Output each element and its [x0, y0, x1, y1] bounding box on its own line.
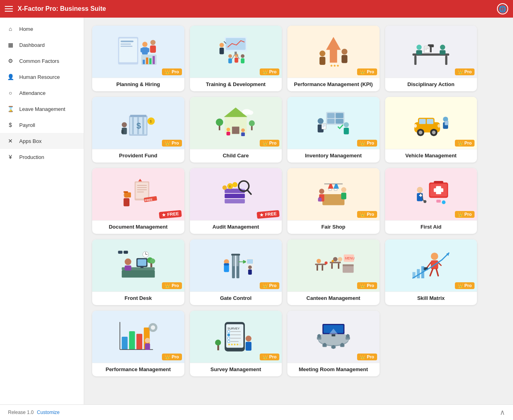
release-label: Release 1.0	[8, 410, 34, 415]
sidebar-item-dashboard[interactable]: ▦Dashboard	[0, 37, 84, 53]
app-card-document-management[interactable]: FREE ★ FREEDocument Management	[92, 168, 184, 234]
app-label-performance-management-kpi: Performance Management (KPI)	[287, 78, 380, 91]
app-card-skill-matrix[interactable]: 👑 ProSkill Matrix	[385, 239, 477, 305]
app-card-front-desk[interactable]: 👑 ProFront Desk	[92, 239, 184, 305]
svg-line-191	[436, 269, 438, 276]
svg-point-179	[317, 259, 321, 263]
sidebar-item-home[interactable]: ⌂Home	[0, 21, 84, 37]
svg-line-28	[232, 54, 234, 59]
app-label-canteen-management: Canteen Management	[287, 291, 380, 305]
svg-point-68	[226, 128, 230, 131]
svg-rect-208	[145, 344, 150, 350]
sidebar-item-human-resource[interactable]: 👤Human Resource	[0, 69, 84, 85]
app-card-gate-control[interactable]: 👑 ProGate Control	[190, 239, 282, 305]
app-label-front-desk: Front Desk	[92, 291, 184, 305]
leave-management-icon: ⌛	[6, 105, 14, 113]
sidebar-label-leave-management: Leave Management	[19, 106, 65, 112]
svg-point-18	[220, 43, 224, 47]
svg-point-236	[346, 334, 349, 338]
svg-rect-19	[220, 48, 224, 54]
sidebar-item-payroll[interactable]: $Payroll	[0, 117, 84, 133]
app-card-disciplinary-action[interactable]: 👑 ProDisciplinary Action	[385, 26, 477, 91]
svg-point-153	[150, 259, 155, 264]
svg-rect-66	[251, 126, 253, 130]
svg-text:FREE: FREE	[144, 198, 153, 203]
svg-rect-199	[122, 337, 128, 350]
app-card-image-provident-fund: $ $ 👑 Pro	[92, 97, 184, 149]
scroll-top-button[interactable]: ∧	[500, 408, 505, 417]
app-card-audit-management[interactable]: $ ★ FREEAudit Management	[190, 168, 282, 234]
svg-rect-71	[241, 133, 245, 136]
app-card-vehicle-management[interactable]: 👑 ProVehicle Management	[385, 97, 477, 163]
svg-rect-174	[317, 265, 318, 271]
sidebar-item-production[interactable]: ¥Production	[0, 149, 84, 165]
home-icon: ⌂	[6, 25, 14, 33]
customize-link[interactable]: Customize	[37, 410, 60, 415]
app-card-provident-fund[interactable]: $ $ 👑 ProProvident Fund	[92, 97, 184, 163]
app-card-performance-management[interactable]: 👑 ProPerformance Management	[92, 311, 184, 376]
app-card-image-survey-management: SURVEY ★★★★☆ 👑 Pro	[190, 311, 282, 363]
svg-point-56	[122, 122, 127, 127]
app-badge-planning-hiring: 👑 Pro	[162, 68, 182, 75]
sidebar-item-apps-box[interactable]: ✕Apps Box	[0, 133, 84, 149]
app-badge-document-management: ★ FREE	[159, 210, 182, 219]
app-card-planning-hiring[interactable]: 👑 ProPlanning & Hiring	[92, 26, 184, 91]
svg-rect-138	[417, 193, 423, 201]
svg-point-181	[338, 257, 342, 261]
svg-rect-158	[123, 251, 128, 253]
sidebar-label-common-factors: Common Factors	[19, 58, 59, 64]
language-button[interactable]: 🌐	[497, 3, 508, 14]
app-card-training-development[interactable]: 👑 ProTraining & Development	[190, 26, 282, 91]
app-label-audit-management: Audit Management	[190, 220, 282, 234]
app-card-image-child-care: 👑 Pro	[190, 97, 282, 149]
svg-rect-8	[146, 48, 149, 52]
app-card-survey-management[interactable]: SURVEY ★★★★☆ 👑 ProSurvey Management	[190, 311, 282, 376]
svg-point-238	[340, 343, 344, 347]
svg-point-121	[232, 182, 238, 187]
content-area: 👑 ProPlanning & Hiring 👑 ProTraining & D…	[84, 18, 513, 404]
svg-rect-75	[327, 113, 334, 118]
svg-point-235	[317, 334, 321, 338]
sidebar-item-leave-management[interactable]: ⌛Leave Management	[0, 101, 84, 117]
app-card-child-care[interactable]: 👑 ProChild Care	[190, 97, 282, 163]
svg-point-171	[248, 265, 252, 269]
svg-rect-14	[149, 58, 151, 64]
svg-text:MENU: MENU	[345, 257, 354, 260]
common-factors-icon: ⚙	[6, 57, 14, 65]
app-badge-performance-management: 👑 Pro	[162, 354, 182, 360]
app-badge-audit-management: ★ FREE	[256, 210, 280, 219]
svg-rect-130	[329, 189, 331, 191]
svg-point-65	[216, 119, 223, 126]
svg-rect-187	[343, 264, 354, 266]
app-card-image-vehicle-management: 👑 Pro	[385, 97, 477, 149]
svg-text:★★★: ★★★	[330, 64, 339, 68]
svg-rect-223	[217, 345, 219, 350]
app-badge-first-aid: 👑 Pro	[455, 211, 475, 218]
app-card-fair-shop[interactable]: 👑 ProFair Shop	[287, 168, 380, 234]
svg-line-118	[248, 190, 251, 194]
app-card-performance-management-kpi[interactable]: ★★★ 👑 ProPerformance Management (KPI)	[287, 26, 380, 91]
sidebar-label-payroll: Payroll	[19, 122, 35, 128]
app-card-meeting-room-management[interactable]: 👑 ProMeeting Room Management	[287, 311, 380, 376]
svg-rect-108	[123, 198, 129, 206]
app-card-inventory-management[interactable]: 👑 ProInventory Management	[287, 97, 380, 163]
menu-button[interactable]	[5, 6, 13, 12]
svg-rect-44	[430, 47, 432, 52]
svg-rect-129	[318, 198, 321, 201]
svg-point-33	[341, 49, 347, 55]
svg-rect-51	[130, 115, 146, 117]
app-card-first-aid[interactable]: 👑 ProFirst Aid	[385, 168, 477, 234]
svg-rect-52	[132, 117, 134, 134]
svg-rect-147	[137, 259, 146, 266]
svg-point-39	[417, 45, 422, 50]
app-card-canteen-management[interactable]: MENU 👑 ProCanteen Management	[287, 239, 380, 305]
app-card-image-audit-management: $ ★ FREE	[190, 168, 282, 220]
sidebar-item-common-factors[interactable]: ⚙Common Factors	[0, 53, 84, 69]
app-badge-canteen-management: 👑 Pro	[357, 282, 377, 289]
svg-rect-32	[319, 57, 325, 65]
svg-rect-128	[341, 193, 346, 199]
svg-rect-34	[341, 55, 347, 63]
sidebar-item-attendance[interactable]: ○Attendance	[0, 85, 84, 101]
sidebar-label-apps-box: Apps Box	[19, 138, 42, 144]
human-resource-icon: 👤	[6, 73, 14, 81]
